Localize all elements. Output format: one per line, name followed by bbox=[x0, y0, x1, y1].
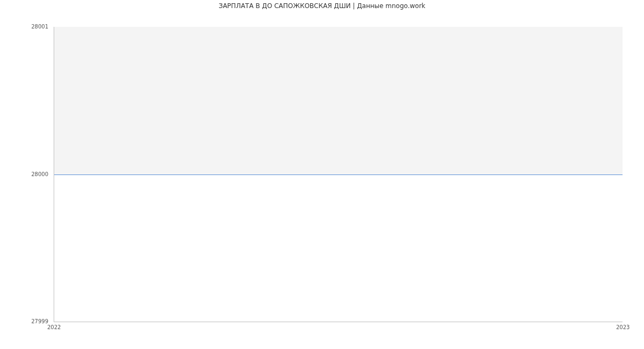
plot-shade bbox=[54, 27, 623, 174]
chart-title: ЗАРПЛАТА В ДО САПОЖКОВСКАЯ ДШИ | Данные … bbox=[0, 2, 644, 10]
x-tick-left: 2022 bbox=[47, 324, 61, 330]
y-tick-mid: 28000 bbox=[0, 171, 48, 177]
chart-container: ЗАРПЛАТА В ДО САПОЖКОВСКАЯ ДШИ | Данные … bbox=[0, 0, 644, 349]
y-tick-bot: 27999 bbox=[0, 318, 48, 324]
data-line bbox=[54, 174, 623, 175]
plot-area bbox=[54, 27, 623, 322]
y-tick-top: 28001 bbox=[0, 24, 48, 30]
x-tick-right: 2023 bbox=[616, 324, 630, 330]
